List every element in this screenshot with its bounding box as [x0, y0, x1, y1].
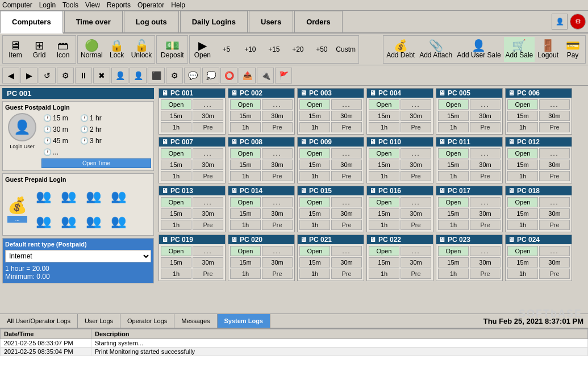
open-pc-btn[interactable]: Open [161, 148, 191, 158]
menu-help[interactable]: Help [171, 1, 185, 9]
15m-pc-btn[interactable]: 15m [507, 208, 538, 219]
send-btn[interactable]: 📤 [239, 68, 256, 83]
dots-pc-btn[interactable]: ... [539, 197, 570, 207]
15m-pc-btn[interactable]: 15m [161, 208, 191, 219]
30m-pc-btn[interactable]: 30m [331, 160, 362, 170]
1h-pc-btn[interactable]: 1h [507, 269, 538, 279]
custom-btn[interactable]: Custm [334, 37, 357, 62]
prepaid-icon-3[interactable]: 👥 [82, 185, 105, 208]
30m-pc-btn[interactable]: 30m [470, 257, 501, 267]
1h-pc-btn[interactable]: 1h [299, 122, 330, 132]
circle-btn[interactable]: ⭕ [220, 68, 237, 83]
back-btn[interactable]: ◀ [2, 68, 19, 83]
dots-pc-btn[interactable]: ... [539, 99, 570, 110]
open-time-btn[interactable]: Open Time [41, 158, 151, 168]
dots-pc-btn[interactable]: ... [193, 246, 223, 256]
pre-pc-btn[interactable]: Pre [401, 122, 431, 132]
pre-pc-btn[interactable]: Pre [539, 171, 570, 181]
dots-pc-btn[interactable]: ... [331, 148, 362, 158]
dots-pc-btn[interactable]: ... [331, 246, 362, 256]
pre-pc-btn[interactable]: Pre [539, 269, 570, 279]
bottom-tab-messages[interactable]: Messages [174, 314, 217, 328]
time-15m[interactable]: 🕐15 m [41, 113, 77, 123]
30m-pc-btn[interactable]: 30m [401, 160, 431, 170]
pre-pc-btn[interactable]: Pre [470, 220, 501, 230]
dots-pc-btn[interactable]: ... [262, 148, 293, 158]
pre-pc-btn[interactable]: Pre [401, 269, 431, 279]
lock-btn[interactable]: 🔒 Lock [106, 37, 128, 62]
1h-pc-btn[interactable]: 1h [438, 122, 469, 132]
1h-pc-btn[interactable]: 1h [230, 171, 261, 181]
30m-pc-btn[interactable]: 30m [401, 111, 431, 121]
1h-pc-btn[interactable]: 1h [299, 171, 330, 181]
time-45m[interactable]: 🕐45 m [41, 136, 77, 146]
rent-type-select[interactable]: Internet Gaming VIP [5, 250, 151, 262]
pre-pc-btn[interactable]: Pre [331, 171, 362, 181]
open-pc-btn[interactable]: Open [438, 246, 469, 256]
1h-pc-btn[interactable]: 1h [299, 220, 330, 230]
pre-pc-btn[interactable]: Pre [193, 269, 223, 279]
30m-pc-btn[interactable]: 30m [539, 111, 570, 121]
usb-btn[interactable]: 🔌 [257, 68, 274, 83]
15m-pc-btn[interactable]: 15m [230, 257, 261, 267]
add-debt-btn[interactable]: 💰 Add Debt [385, 37, 416, 62]
dots-pc-btn[interactable]: ... [401, 99, 431, 110]
pre-pc-btn[interactable]: Pre [262, 171, 293, 181]
pre-pc-btn[interactable]: Pre [193, 122, 223, 132]
prepaid-icon-8[interactable]: 👥 [107, 210, 130, 233]
user2-btn[interactable]: 👤 [130, 68, 147, 83]
open-pc-btn[interactable]: Open [369, 197, 399, 207]
1h-pc-btn[interactable]: 1h [438, 269, 469, 279]
menu-tools[interactable]: Tools [62, 1, 78, 9]
gear-btn[interactable]: ⚙ [166, 68, 183, 83]
pre-pc-btn[interactable]: Pre [262, 220, 293, 230]
30m-pc-btn[interactable]: 30m [262, 111, 293, 121]
item-view-btn[interactable]: 🖥 Item [4, 37, 27, 62]
pre-pc-btn[interactable]: Pre [193, 220, 223, 230]
grid-view-btn[interactable]: ⊞ Grid [28, 37, 51, 62]
pre-pc-btn[interactable]: Pre [470, 171, 501, 181]
prepaid-icon-1[interactable]: 👥 [32, 185, 55, 208]
open-pc-btn[interactable]: Open [438, 99, 469, 110]
pre-pc-btn[interactable]: Pre [193, 171, 223, 181]
plus5-btn[interactable]: +5 [215, 37, 237, 62]
time-30m[interactable]: 🕐30 m [41, 124, 77, 135]
dots-pc-btn[interactable]: ... [262, 246, 293, 256]
dots-pc-btn[interactable]: ... [401, 246, 431, 256]
15m-pc-btn[interactable]: 15m [299, 208, 330, 219]
open-btn[interactable]: ▶ Open [191, 37, 214, 62]
30m-pc-btn[interactable]: 30m [470, 160, 501, 170]
tab-dailylogins[interactable]: Daily Logins [180, 11, 248, 32]
plus50-btn[interactable]: +50 [310, 37, 333, 62]
dots-pc-btn[interactable]: ... [470, 148, 501, 158]
menu-login[interactable]: Login [39, 1, 56, 9]
time-2hr[interactable]: 🕐2 hr [78, 124, 114, 135]
normal-btn[interactable]: 🟢 Normal [79, 37, 105, 62]
deposit-btn[interactable]: 💵 Deposit [158, 37, 186, 62]
30m-pc-btn[interactable]: 30m [539, 208, 570, 219]
pre-pc-btn[interactable]: Pre [401, 171, 431, 181]
tab-logouts[interactable]: Log outs [124, 11, 179, 32]
dots-pc-btn[interactable]: ... [331, 197, 362, 207]
15m-pc-btn[interactable]: 15m [230, 208, 261, 219]
dots-pc-btn[interactable]: ... [470, 197, 501, 207]
1h-pc-btn[interactable]: 1h [230, 122, 261, 132]
open-pc-btn[interactable]: Open [230, 99, 261, 110]
prepaid-icon-4[interactable]: 👥 [107, 185, 130, 208]
dots-pc-btn[interactable]: ... [262, 197, 293, 207]
flag-btn[interactable]: 🚩 [275, 68, 292, 83]
open-pc-btn[interactable]: Open [161, 246, 191, 256]
1h-pc-btn[interactable]: 1h [369, 220, 399, 230]
15m-pc-btn[interactable]: 15m [438, 208, 469, 219]
pay-btn[interactable]: 💳 Pay [561, 37, 584, 62]
30m-pc-btn[interactable]: 30m [262, 257, 293, 267]
1h-pc-btn[interactable]: 1h [507, 122, 538, 132]
menu-reports[interactable]: Reports [107, 1, 131, 9]
1h-pc-btn[interactable]: 1h [299, 269, 330, 279]
open-pc-btn[interactable]: Open [299, 246, 330, 256]
15m-pc-btn[interactable]: 15m [369, 160, 399, 170]
chat2-btn[interactable]: 💭 [202, 68, 219, 83]
dots-pc-btn[interactable]: ... [262, 99, 293, 110]
open-pc-btn[interactable]: Open [369, 246, 399, 256]
30m-pc-btn[interactable]: 30m [262, 160, 293, 170]
